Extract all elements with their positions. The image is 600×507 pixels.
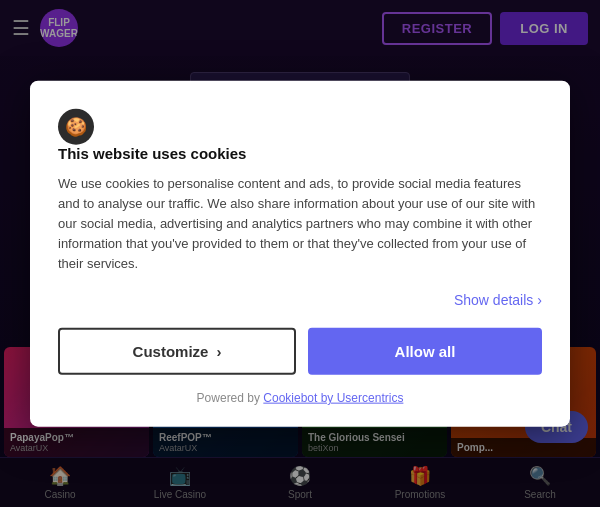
allow-all-button[interactable]: Allow all	[308, 328, 542, 375]
cookie-description: We use cookies to personalise content an…	[58, 173, 542, 274]
cookiebot-logo-icon: 🍪	[58, 108, 94, 144]
cookiebot-link[interactable]: Cookiebot by Usercentrics	[263, 391, 403, 405]
chevron-right-icon: ›	[537, 292, 542, 308]
cookie-modal: 🍪 This website uses cookies We use cooki…	[30, 80, 570, 427]
cookie-actions: Customize › Allow all	[58, 328, 542, 375]
customize-label: Customize	[133, 343, 209, 360]
show-details-link[interactable]: Show details ›	[454, 292, 542, 308]
cookie-footer: Powered by Cookiebot by Usercentrics	[58, 391, 542, 405]
customize-button[interactable]: Customize ›	[58, 328, 296, 375]
customize-arrow-icon: ›	[216, 343, 221, 360]
cookie-title: This website uses cookies	[58, 144, 542, 161]
cookie-icon: 🍪	[65, 115, 87, 137]
show-details-label: Show details	[454, 292, 533, 308]
powered-by-label: Powered by	[197, 391, 260, 405]
show-details-container: Show details ›	[58, 292, 542, 308]
